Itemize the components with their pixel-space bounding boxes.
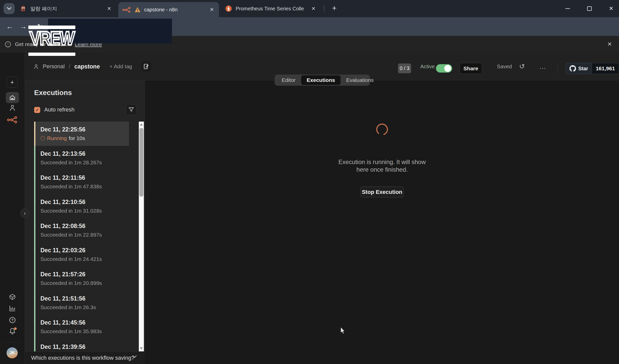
- running-spinner-icon: [40, 136, 45, 141]
- help-icon: ?: [9, 316, 16, 324]
- execution-status: Succeeded in 1m 31.028s: [40, 208, 129, 214]
- tab-title: capstone - n8n: [144, 7, 178, 13]
- panel-title: Executions: [34, 89, 72, 97]
- execution-list-item[interactable]: Dec 11, 22:25:56 Running for 10s: [34, 122, 129, 146]
- person-icon: [9, 104, 16, 111]
- execution-date: Dec 11, 22:08:56: [40, 223, 129, 230]
- edit-workflow-button[interactable]: [141, 61, 151, 72]
- tab-search-button[interactable]: [4, 3, 15, 14]
- execution-detail: Succeeded in 1m 47.838s: [40, 184, 102, 190]
- tab-executions[interactable]: Executions: [301, 75, 341, 85]
- tab-divider: [324, 5, 324, 12]
- execution-detail: Succeeded in 1m 20.899s: [40, 280, 102, 286]
- prometheus-favicon: [225, 5, 232, 12]
- execution-list-item[interactable]: Dec 11, 22:10:56 Succeeded in 1m 31.028s: [34, 194, 129, 218]
- filter-button[interactable]: [126, 104, 137, 115]
- tab-title: 알람 페이지: [30, 5, 57, 12]
- workflow-name[interactable]: capstone: [74, 63, 100, 70]
- tab-editor[interactable]: Editor: [276, 75, 301, 85]
- share-button[interactable]: Share: [460, 63, 482, 74]
- home-icon: [9, 94, 16, 101]
- add-tag-button[interactable]: + Add tag: [109, 63, 132, 70]
- execution-list-item[interactable]: Dec 11, 21:39:56: [34, 339, 129, 352]
- header-divider: [558, 63, 558, 74]
- execution-detail: Succeeded in 1m 31.028s: [40, 208, 102, 214]
- sidebar-item-home[interactable]: [6, 92, 19, 103]
- execution-status: Running for 10s: [40, 135, 129, 141]
- saved-status: Saved: [497, 53, 512, 80]
- chevron-down-icon: [132, 355, 137, 358]
- running-label: Running: [47, 135, 67, 141]
- minimize-button[interactable]: [563, 4, 572, 13]
- github-star-button[interactable]: Star: [566, 63, 592, 74]
- tab-strip: 알람 페이지 ✕ capstone - n8n ✕: [0, 0, 619, 17]
- panel-expand-button[interactable]: ›: [20, 209, 29, 218]
- back-button[interactable]: ←: [4, 17, 16, 36]
- breadcrumb-separator: /: [69, 63, 70, 70]
- execution-date: Dec 11, 21:51:56: [40, 295, 129, 302]
- active-toggle[interactable]: [436, 64, 452, 73]
- execution-preview: Execution is running. It will show here …: [145, 80, 619, 364]
- execution-list-item[interactable]: Dec 11, 21:57:26 Succeeded in 1m 20.899s: [34, 266, 129, 291]
- execution-list-item[interactable]: Dec 11, 22:13:56 Succeeded in 1m 28.267s: [34, 146, 129, 170]
- window-controls: ✕: [563, 0, 615, 17]
- close-tab-icon[interactable]: ✕: [106, 5, 112, 12]
- execution-list-item[interactable]: Dec 11, 22:11:56 Succeeded in 1m 47.838s: [34, 170, 129, 194]
- sidebar-item-personal[interactable]: [0, 104, 25, 111]
- close-window-button[interactable]: ✕: [607, 4, 615, 13]
- sidebar-item-templates[interactable]: [0, 293, 25, 300]
- tab-evaluations[interactable]: Evaluations: [341, 75, 379, 85]
- workflow-menu-icon[interactable]: …: [539, 53, 546, 80]
- watermark-bar-top: [28, 26, 75, 29]
- history-icon[interactable]: ↺: [519, 53, 525, 80]
- execution-date: Dec 11, 22:25:56: [40, 126, 129, 133]
- close-tab-icon[interactable]: ✕: [209, 6, 215, 13]
- person-icon: [34, 64, 39, 69]
- saving-question-link[interactable]: Which executions is this workflow saving…: [31, 352, 134, 364]
- execution-status: Succeeded in 1m 22.897s: [40, 232, 129, 238]
- execution-date: Dec 11, 21:45:56: [40, 319, 129, 326]
- auto-refresh-checkbox[interactable]: ✓: [34, 107, 40, 113]
- scroll-down-icon[interactable]: [140, 347, 143, 350]
- ghost-favicon: [20, 5, 27, 12]
- scrollbar[interactable]: [139, 122, 144, 351]
- execution-list-item[interactable]: Dec 11, 21:45:56 Succeeded in 1m 35.983s: [34, 315, 129, 339]
- sidebar-item-help[interactable]: ?: [0, 316, 25, 324]
- n8n-logo-icon: [0, 116, 25, 123]
- execution-list-item[interactable]: Dec 11, 22:03:26 Succeeded in 1m 24.421s: [34, 242, 129, 267]
- toggle-knob: [444, 65, 451, 72]
- execution-detail: Succeeded in 1m 22.897s: [40, 232, 102, 238]
- panel-footer[interactable]: Which executions is this workflow saving…: [25, 351, 145, 364]
- github-star-widget[interactable]: Star 161,961: [566, 63, 619, 74]
- add-workflow-button[interactable]: +: [7, 77, 18, 88]
- vrew-watermark: VREW: [28, 29, 76, 48]
- auto-refresh-label[interactable]: Auto refresh: [44, 106, 75, 113]
- stop-execution-button[interactable]: Stop Execution: [360, 187, 404, 197]
- github-star-count[interactable]: 161,961: [592, 63, 619, 74]
- scroll-up-icon[interactable]: [140, 123, 143, 126]
- user-avatar[interactable]: JK: [7, 347, 18, 358]
- tab-alarm-page[interactable]: 알람 페이지 ✕: [16, 0, 116, 17]
- new-tab-button[interactable]: +: [329, 3, 340, 14]
- close-tab-icon[interactable]: ✕: [310, 5, 317, 12]
- watermark-bar-bottom: [28, 53, 75, 56]
- github-octocat-icon: [569, 65, 576, 72]
- sidebar-item-insights[interactable]: [0, 305, 25, 312]
- execution-detail: Succeeded in 1m 26.3s: [40, 304, 96, 310]
- execution-date: Dec 11, 21:57:26: [40, 271, 129, 278]
- running-message: Execution is running. It will show here …: [338, 158, 426, 173]
- scrollbar-thumb[interactable]: [139, 128, 143, 197]
- forward-button[interactable]: →: [17, 17, 29, 36]
- execution-list-item[interactable]: Dec 11, 21:51:56 Succeeded in 1m 26.3s: [34, 291, 129, 315]
- tab-capstone-n8n[interactable]: capstone - n8n ✕: [118, 2, 219, 17]
- restore-button[interactable]: [585, 4, 594, 13]
- execution-date: Dec 11, 22:11:56: [40, 174, 129, 181]
- execution-status: Succeeded in 1m 47.838s: [40, 184, 129, 190]
- sidebar-item-whats-new[interactable]: [0, 327, 25, 335]
- execution-list-item[interactable]: Dec 11, 22:08:56 Succeeded in 1m 22.897s: [34, 218, 129, 242]
- tab-prometheus[interactable]: Prometheus Time Series Collec ✕: [221, 0, 321, 17]
- breadcrumb-project[interactable]: Personal: [43, 63, 65, 70]
- execution-status: Succeeded in 1m 24.421s: [40, 256, 129, 262]
- execution-date: Dec 11, 22:03:26: [40, 247, 129, 254]
- banner-close-icon[interactable]: ✕: [606, 36, 613, 53]
